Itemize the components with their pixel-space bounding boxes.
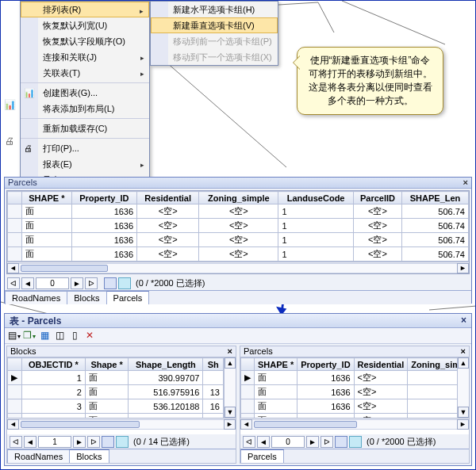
- scrollbar-thumb[interactable]: [21, 265, 108, 272]
- horizontal-scrollbar[interactable]: ◄ ►: [240, 418, 469, 430]
- column-header[interactable]: SHAPE *: [22, 192, 72, 204]
- table-row[interactable]: 面1636<空><空>1<空>506.74: [8, 247, 469, 262]
- table-row[interactable]: 面1636<空><空>1<空>506.74: [8, 204, 469, 219]
- column-header[interactable]: Zoning_sim: [408, 358, 457, 371]
- nav-next-button[interactable]: ►: [306, 436, 319, 448]
- select-by-attr-button[interactable]: ▦: [37, 329, 52, 342]
- column-header[interactable]: Residential: [354, 358, 408, 371]
- scroll-up-icon[interactable]: ▲: [458, 357, 469, 369]
- scroll-down-icon[interactable]: ▼: [458, 407, 469, 418]
- window-titlebar[interactable]: Parcels ×: [5, 178, 471, 189]
- column-header[interactable]: LanduseCode: [278, 192, 353, 204]
- menu-create-chart[interactable]: 📊创建图表(G)...: [21, 85, 149, 101]
- close-icon[interactable]: ×: [463, 178, 468, 187]
- scroll-right-icon[interactable]: ►: [457, 263, 469, 273]
- show-all-button[interactable]: [335, 436, 347, 448]
- column-header[interactable]: SHAPE_Len: [402, 192, 469, 204]
- vertical-scrollbar[interactable]: ▲ ▼: [224, 357, 236, 418]
- scroll-up-icon[interactable]: ▲: [225, 357, 236, 369]
- scrollbar-thumb[interactable]: [21, 421, 140, 428]
- scroll-right-icon[interactable]: ►: [457, 419, 469, 430]
- menu-joins-relates[interactable]: 连接和关联(J)▸: [21, 49, 149, 65]
- tab-parcels[interactable]: Parcels: [106, 291, 150, 304]
- table-row[interactable]: 面1636<空>: [241, 399, 458, 414]
- record-number-input[interactable]: 1: [38, 436, 71, 448]
- tab-blocks[interactable]: Blocks: [67, 291, 106, 304]
- menu-related-tables[interactable]: 关联表(T)▸: [21, 65, 149, 81]
- column-header[interactable]: ParcelID: [353, 192, 401, 204]
- scroll-left-icon[interactable]: ◄: [240, 419, 252, 430]
- vertical-scrollbar[interactable]: ▲ ▼: [457, 357, 469, 418]
- clear-selection-button[interactable]: ▯: [67, 329, 82, 342]
- nav-first-button[interactable]: ᐊ: [243, 436, 255, 448]
- column-header[interactable]: Property_ID: [71, 192, 136, 204]
- table-row[interactable]: 3面536.12018816: [8, 399, 224, 414]
- table-row[interactable]: 2面516.97591613: [8, 385, 224, 399]
- zoom-selected-button[interactable]: ✕: [83, 329, 97, 342]
- window-titlebar[interactable]: 表 - Parcels ×: [5, 314, 471, 328]
- show-selected-button[interactable]: [116, 436, 129, 448]
- nav-prev-button[interactable]: ◄: [21, 277, 34, 289]
- close-icon[interactable]: ×: [461, 315, 466, 326]
- nav-prev-button[interactable]: ◄: [24, 436, 36, 448]
- table-row[interactable]: 面1636<空>: [241, 414, 458, 418]
- menu-add-to-layout[interactable]: 将表添加到布局(L): [21, 101, 149, 117]
- column-header[interactable]: Shape_Length: [129, 358, 203, 371]
- column-header[interactable]: Zoning_simple: [199, 192, 278, 204]
- table-row[interactable]: 4面507.08952115: [8, 414, 224, 418]
- table-row[interactable]: 面1636<空><空>1<空>506.74: [8, 219, 469, 233]
- show-all-button[interactable]: [104, 277, 117, 289]
- pane-titlebar[interactable]: Parcels ×: [240, 346, 469, 357]
- submenu-new-horizontal-group[interactable]: 新建水平选项卡组(H): [151, 2, 278, 17]
- menu-arrange-tables[interactable]: 排列表(R) ▸: [21, 2, 149, 17]
- column-header[interactable]: Sh: [203, 358, 224, 371]
- table-row[interactable]: 面1636<空>: [241, 385, 458, 399]
- tab-blocks[interactable]: Blocks: [69, 449, 109, 463]
- tab-parcels[interactable]: Parcels: [240, 449, 284, 463]
- pane-titlebar[interactable]: Blocks ×: [7, 346, 236, 357]
- column-header[interactable]: [241, 358, 255, 371]
- column-header[interactable]: SHAPE *: [255, 358, 298, 371]
- nav-last-button[interactable]: ᐅ: [85, 277, 98, 289]
- scroll-left-icon[interactable]: ◄: [7, 419, 19, 430]
- tab-roadnames[interactable]: RoadNames: [5, 291, 67, 304]
- column-header[interactable]: Shape *: [85, 358, 129, 371]
- nav-first-button[interactable]: ᐊ: [7, 277, 20, 289]
- nav-prev-button[interactable]: ◄: [257, 436, 270, 448]
- horizontal-scrollbar[interactable]: ◄ ►: [7, 418, 236, 430]
- switch-selection-button[interactable]: ◫: [52, 329, 67, 342]
- nav-last-button[interactable]: ᐅ: [87, 436, 100, 448]
- nav-next-button[interactable]: ►: [73, 436, 86, 448]
- menu-print[interactable]: 🖨打印(P)...: [21, 140, 149, 156]
- menu-reload-cache[interactable]: 重新加载缓存(C): [21, 120, 149, 136]
- close-icon[interactable]: ×: [228, 346, 232, 356]
- column-header[interactable]: OBJECTID *: [22, 358, 86, 371]
- column-header[interactable]: [8, 358, 22, 371]
- nav-first-button[interactable]: ᐊ: [10, 436, 22, 448]
- table-options-button[interactable]: ▤: [7, 329, 21, 342]
- show-all-button[interactable]: [102, 436, 114, 448]
- submenu-new-vertical-group[interactable]: 新建垂直选项卡组(V): [151, 17, 278, 33]
- related-tables-button[interactable]: ❐: [22, 329, 36, 342]
- menu-reports[interactable]: 报表(E)▸: [21, 156, 149, 172]
- menu-restore-field-order[interactable]: 恢复默认字段顺序(O): [21, 33, 149, 49]
- scroll-right-icon[interactable]: ►: [224, 419, 236, 430]
- scrollbar-thumb[interactable]: [254, 421, 357, 428]
- show-selected-button[interactable]: [118, 277, 131, 289]
- column-header[interactable]: Residential: [137, 192, 199, 204]
- scroll-left-icon[interactable]: ◄: [7, 263, 19, 273]
- arrange-submenu[interactable]: 新建水平选项卡组(H) 新建垂直选项卡组(V) 移动到前一个选项卡组(P) 移动…: [150, 1, 278, 66]
- nav-last-button[interactable]: ᐅ: [321, 436, 333, 448]
- horizontal-scrollbar[interactable]: ◄ ►: [7, 262, 469, 273]
- menu-restore-col-width[interactable]: 恢复默认列宽(U): [21, 17, 149, 33]
- tab-roadnames[interactable]: RoadNames: [7, 449, 70, 463]
- nav-next-button[interactable]: ►: [71, 277, 83, 289]
- show-selected-button[interactable]: [349, 436, 362, 448]
- data-grid[interactable]: SHAPE *Property_IDResidentialZoning_simp…: [6, 190, 470, 274]
- record-number-input[interactable]: 0: [36, 277, 69, 289]
- table-row[interactable]: ▶1面390.99707: [8, 371, 224, 385]
- record-number-input[interactable]: 0: [271, 436, 305, 448]
- table-row[interactable]: ▶面1636<空>: [241, 371, 458, 385]
- table-row[interactable]: 面1636<空><空>1<空>506.74: [8, 233, 469, 247]
- close-icon[interactable]: ×: [461, 346, 466, 356]
